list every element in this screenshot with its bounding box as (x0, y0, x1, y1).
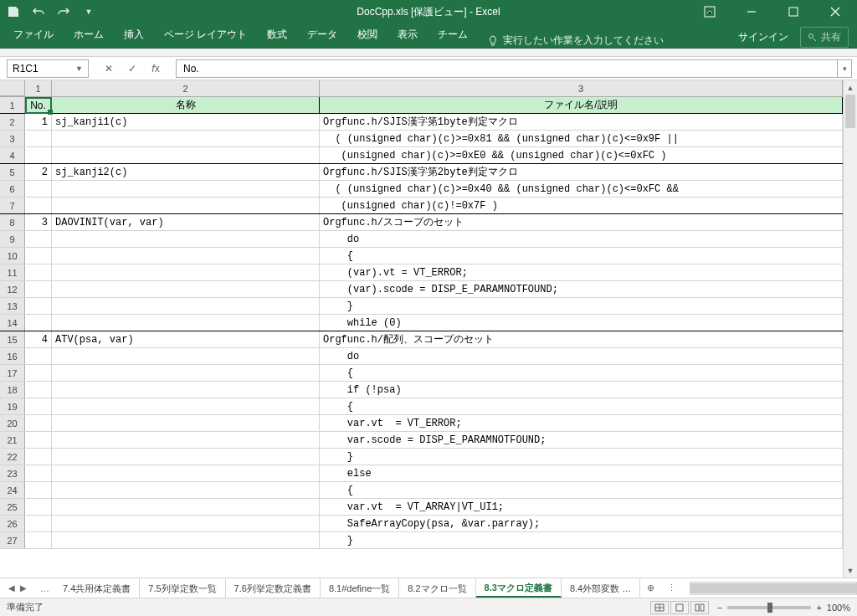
scroll-thumb[interactable] (845, 95, 855, 128)
scroll-track[interactable] (844, 95, 857, 563)
ribbon-tab[interactable]: 数式 (257, 23, 297, 48)
normal-view-button[interactable] (650, 601, 669, 614)
cell[interactable] (25, 231, 52, 247)
row-header[interactable]: 10 (0, 248, 25, 264)
cell[interactable] (25, 532, 52, 548)
scroll-up-icon[interactable]: ▲ (844, 80, 857, 95)
cell[interactable] (52, 432, 320, 448)
cell[interactable]: sj_kanji1(c) (52, 114, 320, 130)
cell[interactable] (25, 415, 52, 431)
cell[interactable]: Orgfunc.h/スコープのセット (320, 214, 843, 230)
sheet-tab[interactable]: 8.2マクロ一覧 (399, 578, 475, 598)
ribbon-tab[interactable]: データ (297, 23, 347, 48)
cell[interactable] (52, 398, 320, 414)
cell[interactable] (52, 382, 320, 398)
cell[interactable]: (unsigned char)(c)!=0x7F ) (320, 198, 843, 213)
column-header[interactable]: 3 (320, 80, 843, 96)
cell[interactable] (25, 315, 52, 331)
cell[interactable] (52, 532, 320, 548)
cell[interactable] (52, 181, 320, 197)
cell[interactable]: var.vt = VT_ERROR; (320, 415, 843, 431)
row-header[interactable]: 20 (0, 415, 25, 431)
cell[interactable]: ( (unsigned char)(c)>=0x40 && (unsigned … (320, 181, 843, 197)
row-header[interactable]: 14 (0, 315, 25, 331)
share-button[interactable]: 共有 (800, 27, 849, 48)
cell[interactable] (52, 415, 320, 431)
maximize-button[interactable] (775, 0, 812, 23)
cell[interactable]: 1 (25, 114, 52, 130)
cell[interactable] (25, 181, 52, 197)
cell[interactable] (52, 264, 320, 280)
column-header[interactable]: 2 (52, 80, 320, 96)
ribbon-tab[interactable]: 校閲 (347, 23, 387, 48)
cell[interactable]: do (320, 348, 843, 364)
cell[interactable] (52, 449, 320, 465)
row-header[interactable]: 6 (0, 181, 25, 197)
sheet-tab[interactable]: 7.5列挙定数一覧 (140, 578, 225, 598)
ribbon-tab[interactable]: 挿入 (114, 23, 154, 48)
cell[interactable]: SafeArrayCopy(psa, &var.parray); (320, 516, 843, 531)
sheet-tab[interactable]: 7.4共用体定義書 (54, 578, 140, 598)
zoom-thumb[interactable] (767, 603, 772, 613)
row-header[interactable]: 24 (0, 482, 25, 498)
ribbon-options-icon[interactable] (691, 0, 728, 23)
column-header[interactable]: 1 (25, 80, 52, 96)
cell[interactable] (25, 198, 52, 213)
save-icon[interactable] (7, 5, 20, 18)
cell[interactable]: { (320, 248, 843, 264)
new-sheet-button[interactable]: ⊕ (640, 583, 660, 593)
cell[interactable]: } (320, 532, 843, 548)
cell[interactable]: if (!psa) (320, 382, 843, 398)
vertical-scrollbar[interactable]: ▲ ▼ (843, 80, 857, 578)
sheet-menu-icon[interactable]: ⋮ (660, 583, 683, 593)
row-header[interactable]: 25 (0, 499, 25, 515)
horizontal-scrollbar[interactable] (690, 582, 857, 595)
zoom-slider[interactable] (727, 606, 811, 609)
sheet-tab-overflow[interactable]: … (35, 583, 54, 593)
cell[interactable]: else (320, 465, 843, 481)
row-header[interactable]: 26 (0, 516, 25, 531)
zoom-in-button[interactable]: + (816, 603, 821, 613)
cell[interactable] (25, 281, 52, 297)
cell[interactable] (52, 298, 320, 314)
cell[interactable] (25, 264, 52, 280)
cell[interactable]: sj_kanji2(c) (52, 164, 320, 180)
header-cell[interactable]: No. (25, 97, 52, 113)
row-header[interactable]: 1 (0, 97, 25, 113)
scroll-down-icon[interactable]: ▼ (844, 563, 857, 578)
cell[interactable]: (unsigned char)(c)>=0xE0 && (unsigned ch… (320, 147, 843, 163)
ribbon-tab[interactable]: ホーム (64, 23, 114, 48)
header-cell[interactable]: ファイル名/説明 (320, 97, 843, 113)
cell[interactable] (52, 231, 320, 247)
row-header[interactable]: 8 (0, 214, 25, 230)
row-header[interactable]: 27 (0, 532, 25, 548)
cell[interactable] (52, 198, 320, 213)
zoom-control[interactable]: − + 100% (717, 603, 850, 613)
cell[interactable] (52, 281, 320, 297)
cell[interactable]: } (320, 449, 843, 465)
cell[interactable] (25, 248, 52, 264)
cell[interactable]: var.scode = DISP_E_PARAMNOTFOUND; (320, 432, 843, 448)
spreadsheet-grid[interactable]: 1 2 3 1 No. 名称 ファイル名/説明 21sj_kanji1(c)Or… (0, 80, 857, 578)
undo-icon[interactable] (32, 5, 45, 18)
row-header[interactable]: 5 (0, 164, 25, 180)
row-header[interactable]: 17 (0, 365, 25, 381)
tell-me-search[interactable]: 実行したい作業を入力してください (488, 33, 664, 48)
fx-icon[interactable]: fx (147, 63, 164, 74)
row-header[interactable]: 15 (0, 331, 25, 347)
cell[interactable]: ( (unsigned char)(c)>=0x81 && (unsigned … (320, 131, 843, 146)
cell[interactable]: (var).scode = DISP_E_PARAMNOTFOUND; (320, 281, 843, 297)
cell[interactable] (25, 516, 52, 531)
ribbon-tab[interactable]: チーム (428, 23, 478, 48)
cell[interactable]: (var).vt = VT_ERROR; (320, 264, 843, 280)
row-header[interactable]: 2 (0, 114, 25, 130)
formula-expand-icon[interactable]: ▾ (837, 59, 852, 78)
cell[interactable]: { (320, 365, 843, 381)
cell[interactable]: 4 (25, 331, 52, 347)
header-cell[interactable]: 名称 (52, 97, 320, 113)
sheet-nav-next-icon[interactable]: ▶ (20, 583, 27, 593)
row-header[interactable]: 7 (0, 198, 25, 213)
sheet-tab[interactable]: 8.3マクロ定義書 (476, 578, 562, 598)
zoom-level[interactable]: 100% (827, 603, 850, 613)
row-header[interactable]: 13 (0, 298, 25, 314)
